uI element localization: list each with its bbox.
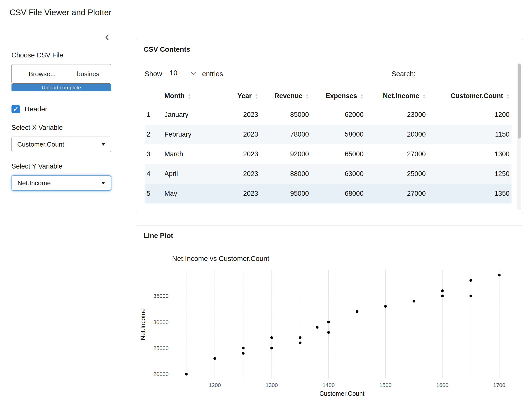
row-index-cell: 4 <box>145 164 162 184</box>
table-cell: 2023 <box>220 184 260 203</box>
column-header-expenses[interactable]: Expenses▲▼ <box>311 88 366 105</box>
sort-icon: ▲▼ <box>422 93 426 99</box>
main-content: CSV Contents Show 10 entries Search: <box>123 25 532 403</box>
row-index-header <box>145 88 162 105</box>
table-scrollbar-track[interactable] <box>517 62 521 210</box>
collapse-sidebar-icon[interactable]: ‹ <box>105 31 109 42</box>
scatter-plot: 1200130014001500160017002000025000300003… <box>137 266 522 400</box>
column-header-net-income[interactable]: Net.Income▲▼ <box>365 88 428 105</box>
y-variable-select[interactable]: Net.Income <box>11 175 111 191</box>
y-variable-value: Net.Income <box>17 179 51 187</box>
header-checkbox-label: Header <box>24 105 47 113</box>
caret-down-icon <box>101 143 105 146</box>
table-row[interactable]: 2February20237800058000200001150 <box>145 125 512 144</box>
x-variable-select[interactable]: Customer.Count <box>11 137 111 152</box>
csv-table-head-row: Month▲▼Year▲▼Revenue▲▼Expenses▲▼Net.Inco… <box>145 88 512 105</box>
column-header-label: Net.Income <box>383 92 419 100</box>
plot-area: Net.Income vs Customer.Count 12001300140… <box>136 246 523 400</box>
table-cell: May <box>162 184 220 203</box>
svg-text:1300: 1300 <box>266 382 278 388</box>
svg-text:20000: 20000 <box>153 371 169 377</box>
table-row[interactable]: 3March20239200065000270001300 <box>145 144 512 164</box>
y-variable-label: Select Y Variable <box>11 163 111 170</box>
svg-text:25000: 25000 <box>153 345 169 351</box>
browse-button[interactable]: Browse... <box>12 64 73 83</box>
column-header-year[interactable]: Year▲▼ <box>220 88 260 105</box>
sort-icon: ▲▼ <box>506 93 510 99</box>
svg-text:1600: 1600 <box>436 382 449 388</box>
svg-text:Customer.Count: Customer.Count <box>319 390 365 397</box>
sidebar: ‹ Choose CSV File Browse... busines Uplo… <box>0 25 123 403</box>
file-input[interactable]: Browse... busines <box>11 64 111 84</box>
table-cell: 27000 <box>365 144 428 164</box>
table-cell: February <box>162 125 220 144</box>
column-header-customer-count[interactable]: Customer.Count▲▼ <box>428 88 512 105</box>
search-label: Search: <box>392 70 416 78</box>
table-cell: 2023 <box>220 125 260 144</box>
entries-per-page-select[interactable]: 10 <box>166 68 198 79</box>
table-cell: 20000 <box>365 125 428 144</box>
table-cell: 95000 <box>260 184 311 203</box>
sort-icon: ▲▼ <box>305 93 309 99</box>
upload-progress-bar: Upload complete <box>11 84 111 91</box>
svg-text:1400: 1400 <box>322 382 335 388</box>
column-header-label: Month <box>164 92 185 100</box>
sort-icon: ▲▼ <box>255 93 258 99</box>
table-cell: 92000 <box>260 144 311 164</box>
column-header-label: Customer.Count <box>451 92 503 100</box>
table-cell: 1300 <box>428 144 512 164</box>
svg-text:30000: 30000 <box>153 319 169 325</box>
row-index-cell: 3 <box>145 144 162 164</box>
table-cell: 88000 <box>260 164 311 184</box>
svg-text:1700: 1700 <box>493 382 505 388</box>
table-cell: 2023 <box>220 105 260 125</box>
table-cell: January <box>162 105 220 125</box>
table-row[interactable]: 4April20238800063000250001250 <box>145 164 512 184</box>
caret-down-icon <box>101 182 105 184</box>
table-cell: 23000 <box>365 105 428 125</box>
table-cell: 2023 <box>220 164 260 184</box>
column-header-month[interactable]: Month▲▼ <box>162 88 220 105</box>
x-variable-label: Select X Variable <box>11 124 111 132</box>
column-header-revenue[interactable]: Revenue▲▼ <box>260 88 311 105</box>
table-scrollbar-thumb[interactable] <box>518 64 521 139</box>
csv-table: Month▲▼Year▲▼Revenue▲▼Expenses▲▼Net.Inco… <box>145 88 512 203</box>
table-row[interactable]: 5May20239500068000270001350 <box>145 184 512 203</box>
row-index-cell: 2 <box>145 125 162 144</box>
upload-progress-label: Upload complete <box>42 85 81 91</box>
svg-text:1500: 1500 <box>379 382 392 388</box>
chevron-down-icon <box>191 70 196 74</box>
column-header-label: Expenses <box>325 92 357 100</box>
table-cell: 62000 <box>311 105 366 125</box>
table-cell: 58000 <box>311 125 366 144</box>
header-checkbox[interactable] <box>11 105 20 113</box>
app-header: CSV File Viewer and Plotter <box>0 0 532 25</box>
table-cell: March <box>162 144 220 164</box>
table-cell: 63000 <box>311 164 366 184</box>
table-cell: 1200 <box>428 105 512 125</box>
column-header-label: Revenue <box>274 92 302 100</box>
table-cell: 1350 <box>428 184 512 203</box>
app-title: CSV File Viewer and Plotter <box>9 8 111 17</box>
header-checkbox-row[interactable]: Header <box>11 105 111 113</box>
table-cell: 85000 <box>260 105 311 125</box>
chart-title: Net.Income vs Customer.Count <box>172 255 523 263</box>
search-input[interactable] <box>420 69 508 79</box>
sort-icon: ▲▼ <box>360 93 364 99</box>
entries-per-page-value: 10 <box>170 69 177 77</box>
csv-contents-card: CSV Contents Show 10 entries Search: <box>136 39 523 213</box>
plot-card-title: Line Plot <box>136 225 523 246</box>
file-name-field: busines <box>73 64 111 83</box>
row-index-cell: 5 <box>145 184 162 203</box>
svg-text:Net.Income: Net.Income <box>139 308 146 340</box>
csv-card-title: CSV Contents <box>136 39 523 60</box>
sort-icon: ▲▼ <box>188 93 191 99</box>
table-cell: 1250 <box>428 164 512 184</box>
show-label: Show <box>145 70 162 78</box>
table-cell: 78000 <box>260 125 311 144</box>
table-cell: 68000 <box>311 184 366 203</box>
table-cell: 65000 <box>311 144 366 164</box>
entries-label: entries <box>202 70 223 78</box>
table-cell: 27000 <box>365 184 428 203</box>
table-row[interactable]: 1January20238500062000230001200 <box>145 105 512 125</box>
